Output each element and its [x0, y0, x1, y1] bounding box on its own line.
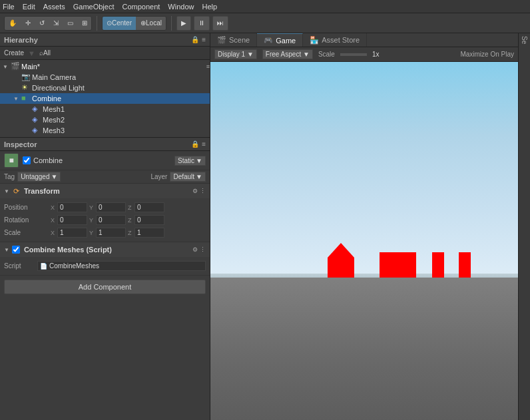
pos-x-field: X — [51, 202, 87, 212]
rot-y-axis: Y — [89, 217, 95, 224]
aspect-select[interactable]: Free Aspect ▼ — [262, 49, 313, 59]
scale-tool-button[interactable]: ⇲ — [49, 16, 63, 31]
combine-arrow-icon: ▼ — [4, 247, 9, 253]
hierarchy-item-light[interactable]: ☀ Directional Light — [0, 83, 210, 93]
mesh3-u-shape — [432, 252, 471, 278]
pause-button[interactable]: ⏸ — [194, 16, 210, 31]
pos-x-input[interactable] — [57, 202, 87, 212]
object-name-area: Combine — [23, 156, 170, 164]
house-roof — [328, 243, 354, 258]
scl-z-axis: Z — [128, 230, 133, 236]
script-value: 📄 CombineMeshes — [37, 261, 206, 271]
hierarchy-item-mesh3[interactable]: ◈ Mesh3 — [0, 125, 210, 136]
pos-x-axis: X — [51, 204, 56, 211]
static-dropdown-icon: ▼ — [196, 157, 202, 164]
rot-x-input[interactable] — [57, 215, 87, 225]
inspector-controls: 🔒 ≡ — [191, 140, 206, 148]
u-left-pillar — [432, 252, 444, 278]
maximize-label: Maximize On Play — [460, 51, 514, 58]
local-button[interactable]: ⊕ Local — [136, 16, 166, 31]
asset-store-tab[interactable]: 🏪 Asset Store — [303, 33, 367, 47]
game-tab-icon: 🎮 — [264, 36, 273, 45]
hierarchy-item-combine[interactable]: ▼ ■ Combine — [0, 93, 210, 104]
center-button[interactable]: ⊙ Center — [103, 16, 136, 31]
hierarchy-controls: 🔒 ≡ — [191, 36, 206, 43]
rect-tool-button[interactable]: ▭ — [63, 16, 78, 31]
asset-store-tab-label: Asset Store — [322, 36, 360, 44]
u-right-pillar — [459, 252, 471, 278]
game-tab[interactable]: 🎮 Game — [257, 33, 303, 47]
u-gap — [447, 252, 456, 278]
mesh1-house-shape — [328, 243, 354, 278]
transform-component-header[interactable]: ▼ ⟳ Transform ⚙ ⋮ — [0, 184, 210, 198]
pivot-icon: ⊙ — [107, 19, 112, 27]
tag-layer-row: Tag Untagged ▼ Layer Default ▼ — [0, 170, 210, 184]
hierarchy-mesh1-label: Mesh1 — [43, 105, 65, 113]
hierarchy-lock-icon[interactable]: 🔒 — [191, 36, 199, 43]
transform-settings-icon[interactable]: ⚙ — [192, 188, 198, 194]
rotate-tool-button[interactable]: ↺ — [35, 16, 49, 31]
inspector-header: Inspector 🔒 ≡ — [0, 138, 210, 151]
menu-help[interactable]: Help — [202, 3, 217, 11]
transform-tool-button[interactable]: ⊞ — [78, 16, 91, 31]
combine-meshes-enabled-checkbox[interactable] — [12, 246, 20, 254]
hierarchy-toolbar: Create ▼ ⌕All — [0, 47, 210, 60]
tag-select-button[interactable]: Untagged ▼ — [17, 172, 61, 182]
menu-gameobject[interactable]: GameObject — [73, 3, 115, 11]
move-tool-button[interactable]: ✛ — [21, 16, 35, 31]
toolbar-sep-1 — [97, 16, 97, 31]
combine-meshes-body: Script 📄 CombineMeshes — [0, 257, 210, 275]
layer-select-button[interactable]: Default ▼ — [170, 172, 206, 182]
static-label: Static — [178, 157, 194, 164]
scene-tab[interactable]: 🎬 Scene — [210, 33, 257, 47]
menu-window[interactable]: Window — [168, 3, 194, 11]
hierarchy-item-camera[interactable]: 📷 Main Camera — [0, 72, 210, 83]
hierarchy-item-mesh1[interactable]: ◈ Mesh1 — [0, 104, 210, 114]
hierarchy-item-main[interactable]: ▼ 🎬 Main* ≡ — [0, 61, 210, 72]
scl-z-input[interactable] — [134, 228, 164, 238]
scl-y-input[interactable] — [96, 228, 126, 238]
combine-meshes-header[interactable]: ▼ Combine Meshes (Script) ⚙ ⋮ — [0, 242, 210, 257]
asset-store-tab-icon: 🏪 — [310, 36, 319, 45]
menu-component[interactable]: Component — [122, 3, 160, 11]
display-select[interactable]: Display 1 ▼ — [214, 49, 257, 59]
scale-fields: X Y Z — [51, 228, 206, 238]
hierarchy-item-mesh2[interactable]: ◈ Mesh2 — [0, 114, 210, 125]
pos-y-field: Y — [89, 202, 126, 212]
rot-y-input[interactable] — [96, 215, 126, 225]
hierarchy-create-button[interactable]: Create — [4, 49, 24, 57]
combine-meshes-settings-icon[interactable]: ⚙ — [192, 246, 198, 253]
pos-y-input[interactable] — [96, 202, 126, 212]
scale-slider[interactable] — [340, 53, 367, 56]
combine-meshes-overflow-icon[interactable]: ⋮ — [200, 246, 206, 253]
play-button[interactable]: ▶ — [176, 16, 191, 31]
static-button[interactable]: Static ▼ — [174, 156, 206, 166]
scl-x-axis: X — [51, 230, 56, 236]
center-label: Center — [112, 19, 132, 27]
inspector-lock-icon[interactable]: 🔒 — [191, 140, 199, 148]
menu-file[interactable]: File — [3, 3, 15, 11]
hierarchy-search-button[interactable]: ⌕All — [39, 49, 51, 57]
scl-x-field: X — [51, 228, 87, 238]
main-scene-icon: 🎬 — [11, 62, 20, 71]
add-component-button[interactable]: Add Component — [4, 280, 206, 294]
menu-assets[interactable]: Assets — [43, 3, 65, 11]
sky-gradient — [210, 62, 518, 285]
rot-z-input[interactable] — [134, 215, 164, 225]
script-file-icon: 📄 — [40, 263, 47, 270]
transform-overflow-icon[interactable]: ⋮ — [200, 188, 206, 194]
aspect-label: Free Aspect — [266, 51, 301, 58]
pos-z-input[interactable] — [134, 202, 164, 212]
rot-y-field: Y — [89, 215, 126, 225]
object-active-checkbox[interactable] — [23, 156, 31, 164]
scene-tab-label: Scene — [229, 36, 250, 44]
step-button[interactable]: ⏭ — [212, 16, 228, 31]
inspector-menu-icon[interactable]: ≡ — [202, 140, 206, 148]
scl-x-input[interactable] — [57, 228, 87, 238]
menu-edit[interactable]: Edit — [23, 3, 35, 11]
hand-tool-button[interactable]: ✋ — [5, 16, 21, 31]
hierarchy-menu-icon[interactable]: ≡ — [202, 36, 206, 43]
game-tab-label: Game — [276, 37, 296, 45]
tag-label: Tag — [4, 173, 15, 180]
local-label: Local — [146, 19, 162, 27]
